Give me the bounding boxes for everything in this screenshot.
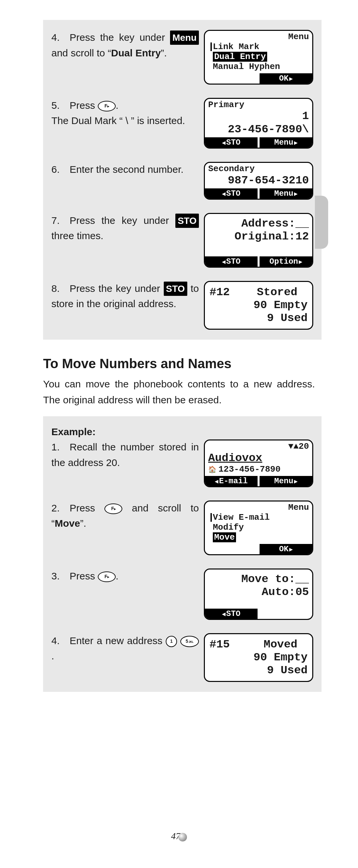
number-line: 1	[208, 110, 309, 123]
step-4-row: 4. Press the key under Menu and scroll t…	[52, 30, 313, 85]
example-label: Example:	[52, 426, 313, 437]
page-tab	[315, 196, 328, 249]
triangle-right-icon: ▶	[294, 191, 298, 197]
softkey-blank	[205, 544, 260, 554]
softkey-menu: Menu▶	[260, 188, 312, 199]
f-key-icon: F	[104, 503, 122, 514]
text-bold: Dual Entry	[111, 48, 161, 58]
phone-screen-stored: #12 Stored 90 Empty 9 Used	[204, 281, 313, 330]
triangle-right-icon: ▶	[289, 75, 293, 82]
softkey-label: Menu	[274, 189, 293, 198]
step-1-text: 1. Recall the number stored in the addre…	[52, 439, 204, 470]
page-footer: 47	[0, 831, 358, 841]
sto-softkey-label: STO	[175, 214, 199, 228]
cursor-icon	[210, 42, 212, 51]
step-4b-row: 4. Enter a new address 1 5JKL. #15 Moved…	[52, 633, 313, 682]
step-4b-text: 4. Enter a new address 1 5JKL.	[52, 633, 204, 664]
menu-softkey-label: Menu	[170, 31, 199, 45]
softkey-label: STO	[226, 189, 240, 198]
moved-line: #15 Moved	[209, 638, 307, 651]
menu-item: Modify	[213, 523, 309, 533]
empty-line: 90 Empty	[209, 651, 307, 664]
phone-screen-address: Address:__ Original:12 ◀STO Option▶	[204, 213, 313, 268]
address-line: Address:__	[208, 217, 309, 230]
sto-softkey-label: STO	[164, 282, 187, 296]
menu-item-selected: Dual Entry	[213, 52, 267, 62]
step-7-row: 7. Press the key under STO three times. …	[52, 213, 313, 268]
triangle-right-icon: ▶	[294, 478, 298, 485]
text: 3. Press	[52, 570, 98, 582]
original-line: Original:12	[208, 230, 309, 243]
menu-item: Manual Hyphen	[213, 62, 309, 72]
triangle-left-icon: ◀	[222, 191, 225, 197]
home-icon: 🏠	[208, 466, 217, 474]
empty-line: 90 Empty	[209, 299, 307, 312]
text: and scroll to “	[52, 48, 111, 58]
softkey-email: ◀E-mail	[205, 476, 260, 486]
text: 4. Enter a new address	[52, 635, 166, 646]
text: .	[116, 100, 118, 111]
softkey-ok: OK▶	[260, 73, 312, 84]
text: .	[116, 570, 118, 582]
phone-screen-move-menu: Menu View E-mail Modify Move OK▶	[204, 500, 313, 555]
instruction-block-2: Example: 1. Recall the number stored in …	[43, 416, 322, 692]
softkey-label: STO	[226, 138, 240, 147]
text: three times.	[52, 230, 103, 241]
text-bold: Move	[55, 518, 80, 529]
softkey-menu: Menu▶	[260, 137, 312, 148]
step-8-text: 8. Press the key under STO to store in t…	[52, 281, 204, 312]
text: 4. Press the key under	[52, 32, 170, 43]
step-5-text: 5. Press F. The Dual Mark “ \ ” is inser…	[52, 98, 204, 129]
intro-paragraph: You can move the phonebook contents to a…	[43, 376, 315, 408]
softkey-label: OK	[279, 545, 289, 554]
f-key-icon: F	[98, 101, 116, 112]
menu-item: Link Mark	[213, 42, 259, 52]
text: The Dual Mark “ \ ” is inserted.	[52, 115, 185, 126]
triangle-left-icon: ◀	[222, 140, 225, 146]
step-4-text: 4. Press the key under Menu and scroll t…	[52, 30, 204, 61]
menu-item: View E-mail	[213, 513, 270, 522]
text: 8. Press the key under	[52, 283, 164, 294]
cursor-icon	[210, 513, 212, 522]
used-line: 9 Used	[209, 664, 307, 677]
triangle-right-icon: ▶	[289, 546, 293, 553]
number-line: 23-456-7890\	[208, 123, 309, 136]
step-3-text: 3. Press F.	[52, 568, 204, 584]
triangle-right-icon: ▶	[299, 259, 302, 265]
phone-screen-menu: Menu Link Mark Dual Entry Manual Hyphen …	[204, 30, 313, 85]
softkey-label: Option	[269, 257, 298, 266]
key-5-icon: 5JKL	[180, 636, 199, 647]
text: 5. Press	[52, 100, 98, 111]
softkey-ok: OK▶	[260, 544, 312, 554]
step-3-row: 3. Press F. Move to:__ Auto:05 ◀STO	[52, 568, 313, 620]
softkey-sto: ◀STO	[205, 188, 260, 199]
move-to-line: Move to:__	[208, 573, 309, 586]
softkey-label: Menu	[274, 138, 293, 147]
triangle-left-icon: ◀	[215, 478, 219, 485]
auto-line: Auto:05	[208, 586, 309, 599]
text: .	[52, 650, 54, 661]
phone-screen-moved: #15 Moved 90 Empty 9 Used	[204, 633, 313, 682]
text: ”.	[80, 518, 86, 529]
instruction-block-1: 4. Press the key under Menu and scroll t…	[43, 20, 322, 340]
softkey-blank	[205, 73, 260, 84]
text: 2. Press	[52, 502, 104, 514]
step-8-row: 8. Press the key under STO to store in t…	[52, 281, 313, 330]
softkey-sto: ◀STO	[205, 609, 260, 619]
step-5-row: 5. Press F. The Dual Mark “ \ ” is inser…	[52, 98, 313, 149]
contact-phone: 123-456-7890	[219, 464, 281, 474]
phone-screen-recall: ▼▲20 Audiovox 🏠123-456-7890 ◀E-mail Menu…	[204, 439, 313, 487]
page-orb-icon	[178, 833, 187, 841]
number-line: 987-654-3210	[208, 174, 309, 187]
triangle-left-icon: ◀	[222, 259, 225, 265]
step-2-row: 2. Press F and scroll to “Move”. Menu Vi…	[52, 500, 313, 555]
softkey-blank	[260, 609, 312, 619]
phone-screen-move-to: Move to:__ Auto:05 ◀STO	[204, 568, 313, 620]
softkey-label: Menu	[274, 476, 293, 486]
step-1-row: 1. Recall the number stored in the addre…	[52, 439, 313, 487]
key-1-icon: 1	[166, 636, 177, 647]
softkey-label: OK	[279, 74, 289, 83]
f-key-icon: F	[98, 571, 116, 582]
softkey-label: STO	[226, 609, 240, 618]
section-heading: To Move Numbers and Names	[43, 356, 315, 371]
